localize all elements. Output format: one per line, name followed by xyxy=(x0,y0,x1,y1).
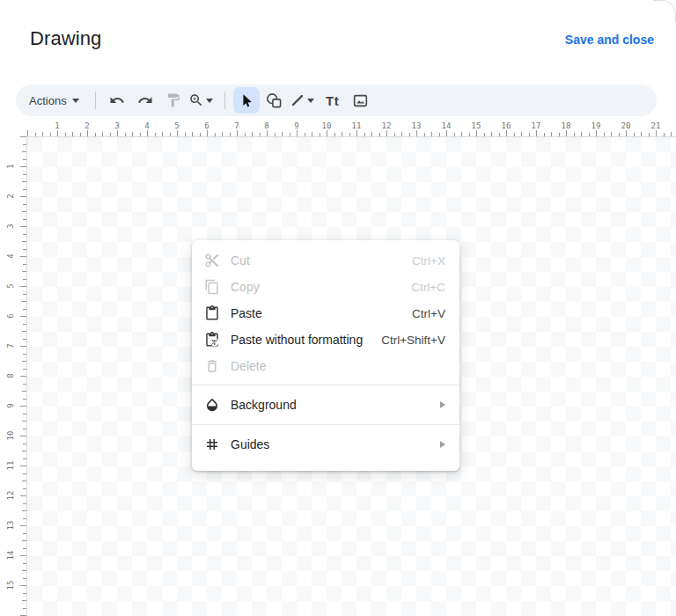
clipboard-no-format-icon xyxy=(204,332,220,348)
ruler-tick xyxy=(446,130,447,136)
ruler-tick xyxy=(207,130,208,136)
ruler-tick xyxy=(20,555,26,556)
trash-icon xyxy=(204,358,220,374)
ruler-tick xyxy=(20,525,26,526)
ruler-number: 10 xyxy=(318,121,335,131)
ruler-tick xyxy=(20,316,26,317)
horizontal-ruler: 123456789101112131415161718192021 xyxy=(0,121,676,136)
ruler-number: 2 xyxy=(78,121,96,131)
ruler-tick xyxy=(20,226,26,227)
menu-item-delete[interactable]: Delete xyxy=(192,353,459,379)
redo-button[interactable] xyxy=(132,87,158,114)
ruler-tick xyxy=(57,130,58,136)
ruler-number: 4 xyxy=(138,121,156,131)
ruler-number: 3 xyxy=(5,217,16,235)
ruler-tick xyxy=(20,436,26,436)
ruler-number: 16 xyxy=(497,121,515,131)
ruler-number: 7 xyxy=(228,121,246,131)
dialog-corner xyxy=(653,0,676,23)
actions-label: Actions xyxy=(29,94,67,107)
zoom-in-icon xyxy=(188,92,204,108)
select-tool-button[interactable] xyxy=(233,87,260,114)
ruler-number: 18 xyxy=(557,121,575,131)
ruler-number: 8 xyxy=(258,121,276,131)
zoom-button[interactable] xyxy=(188,87,217,114)
menu-item-label: Paste xyxy=(231,306,262,320)
chevron-down-icon xyxy=(307,99,314,106)
submenu-arrow-icon xyxy=(440,441,445,448)
toolbar-separator xyxy=(95,92,96,109)
ruler-tick xyxy=(237,130,238,136)
ruler-tick xyxy=(566,130,567,136)
ruler-number: 9 xyxy=(5,397,16,414)
ruler-number: 1 xyxy=(48,121,66,131)
ruler-tick xyxy=(416,130,417,136)
ruler-number: 11 xyxy=(5,457,16,474)
ruler-tick xyxy=(20,585,26,586)
ruler-tick xyxy=(506,130,507,136)
menu-item-paste-without-formatting[interactable]: Paste without formatting Ctrl+Shift+V xyxy=(192,326,459,353)
undo-icon xyxy=(109,92,125,108)
ruler-number: 13 xyxy=(408,121,425,131)
ruler-tick xyxy=(27,130,28,136)
menu-item-shortcut: Ctrl+Shift+V xyxy=(381,334,445,347)
menu-item-paste[interactable]: Paste Ctrl+V xyxy=(192,300,459,326)
context-menu: Cut Ctrl+X Copy Ctrl+C Paste Ctrl+V Past… xyxy=(192,240,459,471)
menu-item-background[interactable]: Background xyxy=(192,385,459,424)
actions-menu-button[interactable]: Actions xyxy=(21,87,87,114)
menu-item-shortcut: Ctrl+C xyxy=(411,281,445,294)
ruler-tick xyxy=(386,130,387,136)
menu-item-label: Copy xyxy=(231,280,260,294)
scissors-icon xyxy=(204,253,220,268)
paint-format-button[interactable] xyxy=(160,87,187,114)
ruler-number: 4 xyxy=(5,247,16,265)
ruler-number: 6 xyxy=(5,307,16,325)
image-tool-button[interactable] xyxy=(348,87,374,114)
ruler-number: 21 xyxy=(647,121,665,131)
ruler-number: 11 xyxy=(348,121,365,131)
ruler-number: 14 xyxy=(5,546,16,564)
ruler-tick xyxy=(536,130,537,136)
line-icon xyxy=(290,92,305,108)
menu-item-label: Cut xyxy=(231,253,250,268)
ruler-number: 12 xyxy=(378,121,395,131)
menu-item-cut[interactable]: Cut Ctrl+X xyxy=(192,247,459,274)
ruler-number: 10 xyxy=(5,427,16,444)
menu-item-label: Delete xyxy=(231,359,266,373)
submenu-arrow-icon xyxy=(440,401,445,408)
chevron-down-icon xyxy=(72,99,79,106)
ruler-tick xyxy=(20,376,26,377)
select-cursor-icon xyxy=(239,92,254,108)
vertical-ruler: 123456789101112131415 xyxy=(0,136,26,616)
text-tool-button[interactable]: Tt xyxy=(320,87,346,114)
ruler-number: 15 xyxy=(467,121,485,131)
chevron-down-icon xyxy=(206,99,213,106)
menu-item-copy[interactable]: Copy Ctrl+C xyxy=(192,274,459,300)
shape-tool-button[interactable] xyxy=(261,87,288,114)
ruler-tick xyxy=(267,130,268,136)
ruler-number: 14 xyxy=(437,121,455,131)
ruler-number: 7 xyxy=(5,337,16,355)
ruler-number: 3 xyxy=(108,121,126,131)
text-icon: Tt xyxy=(326,93,339,108)
ruler-tick xyxy=(596,130,597,136)
ruler-number: 8 xyxy=(5,367,16,385)
menu-item-guides[interactable]: Guides xyxy=(192,425,459,464)
ruler-number: 1 xyxy=(5,158,16,175)
save-and-close-button[interactable]: Save and close xyxy=(565,33,654,47)
ruler-tick xyxy=(626,130,627,136)
ruler-tick xyxy=(327,130,327,136)
ruler-tick xyxy=(20,196,26,197)
ruler-number: 5 xyxy=(168,121,186,131)
menu-item-label: Background xyxy=(231,398,297,412)
menu-item-shortcut: Ctrl+X xyxy=(412,254,445,268)
undo-button[interactable] xyxy=(104,87,130,114)
ruler-tick xyxy=(147,130,148,136)
ruler-number: 12 xyxy=(5,487,16,504)
image-icon xyxy=(352,92,369,109)
ruler-number: 2 xyxy=(5,187,16,205)
ruler-tick xyxy=(20,166,26,167)
ruler-tick xyxy=(656,130,657,136)
line-tool-button[interactable] xyxy=(290,87,318,114)
clipboard-icon xyxy=(204,305,220,321)
